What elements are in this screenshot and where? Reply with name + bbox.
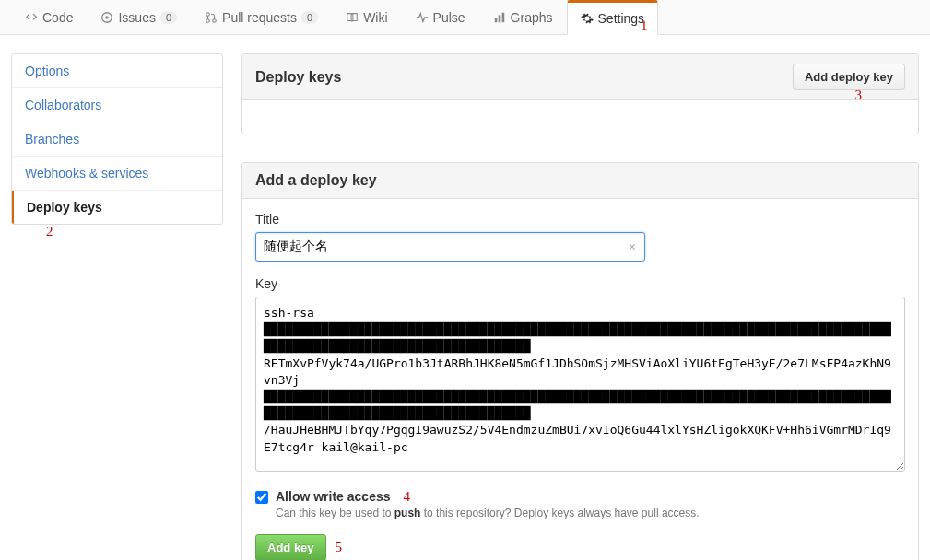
- svg-point-3: [206, 19, 210, 23]
- svg-rect-7: [501, 13, 504, 23]
- tab-label: Settings: [598, 11, 645, 26]
- title-input[interactable]: [255, 232, 645, 262]
- issue-icon: [100, 11, 113, 24]
- annotation-2: 2: [46, 224, 53, 239]
- graph-icon: [493, 11, 506, 24]
- key-label: Key: [255, 276, 905, 291]
- allow-write-help: Can this key be used to push to this rep…: [276, 507, 905, 519]
- tab-graphs[interactable]: Graphs: [479, 1, 567, 33]
- deploy-keys-panel: Deploy keys Add deploy key: [241, 53, 919, 134]
- code-icon: [25, 11, 38, 24]
- key-textarea[interactable]: [255, 297, 905, 472]
- tab-pulse[interactable]: Pulse: [402, 1, 479, 33]
- tab-label: Pulse: [433, 10, 465, 25]
- repo-topnav: Code Issues 0 Pull requests 0 Wiki Pulse…: [0, 0, 930, 35]
- git-pull-request-icon: [205, 11, 218, 24]
- tab-pull-requests[interactable]: Pull requests 0: [191, 1, 332, 33]
- settings-sidebar: Options Collaborators Branches Webhooks …: [11, 53, 223, 560]
- deploy-keys-empty: [242, 100, 918, 134]
- sidebar-item-collaborators[interactable]: Collaborators: [12, 88, 222, 122]
- sidebar-item-options[interactable]: Options: [12, 54, 222, 88]
- allow-write-checkbox[interactable]: [255, 491, 268, 504]
- tab-label: Issues: [118, 10, 155, 25]
- sidebar-item-webhooks[interactable]: Webhooks & services: [12, 157, 222, 191]
- tab-label: Code: [42, 10, 73, 25]
- clear-input-icon[interactable]: ×: [629, 239, 636, 254]
- annotation-5: 5: [336, 540, 343, 555]
- svg-point-1: [106, 16, 110, 19]
- allow-write-label: Allow write access: [276, 489, 391, 504]
- tab-label: Pull requests: [222, 10, 297, 25]
- sidebar-item-branches[interactable]: Branches: [12, 122, 222, 157]
- tab-code[interactable]: Code: [11, 1, 87, 33]
- sidebar-item-deploy-keys[interactable]: Deploy keys: [12, 191, 222, 224]
- tab-issues[interactable]: Issues 0: [87, 1, 191, 33]
- tab-settings[interactable]: Settings: [567, 0, 659, 35]
- svg-rect-5: [494, 18, 497, 22]
- add-key-button[interactable]: Add key: [255, 534, 326, 560]
- pr-count: 0: [301, 11, 318, 24]
- issues-count: 0: [160, 11, 177, 24]
- tab-label: Graphs: [511, 10, 553, 25]
- title-label: Title: [255, 212, 905, 227]
- annotation-4: 4: [404, 489, 411, 505]
- add-deploy-key-button[interactable]: Add deploy key: [793, 64, 905, 90]
- svg-point-2: [206, 13, 210, 17]
- pulse-icon: [416, 11, 429, 24]
- svg-rect-6: [498, 15, 500, 22]
- tab-label: Wiki: [363, 10, 387, 25]
- gear-icon: [581, 12, 594, 25]
- svg-point-4: [213, 19, 217, 23]
- panel-title: Deploy keys: [255, 69, 341, 86]
- panel-title: Add a deploy key: [255, 172, 377, 189]
- tab-wiki[interactable]: Wiki: [332, 1, 401, 33]
- book-icon: [346, 11, 359, 24]
- add-deploy-key-panel: Add a deploy key Title × Key: [241, 162, 919, 560]
